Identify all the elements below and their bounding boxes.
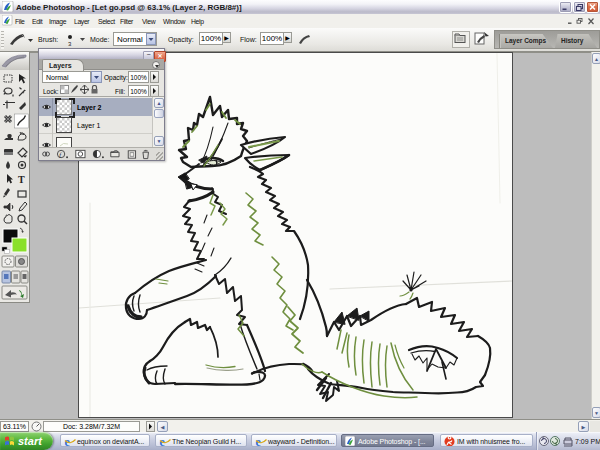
svg-text:T: T bbox=[18, 174, 25, 185]
svg-text:3: 3 bbox=[68, 41, 72, 47]
svg-text:f: f bbox=[59, 151, 62, 158]
svg-text:start: start bbox=[18, 435, 43, 447]
